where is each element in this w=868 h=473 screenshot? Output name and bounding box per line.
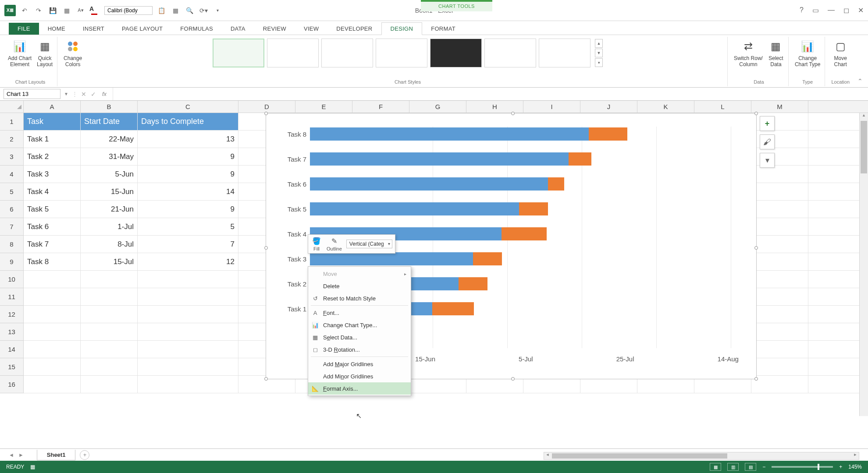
- ribbon-display-options-button[interactable]: ▭: [812, 6, 819, 14]
- new-sheet-button[interactable]: +: [80, 450, 89, 460]
- chart-category-label[interactable]: Task 1: [276, 305, 306, 313]
- chart-bar-series1[interactable]: [310, 177, 548, 191]
- mini-outline-button[interactable]: ✎ Outline: [327, 236, 342, 251]
- chart-bar-series2[interactable]: [502, 227, 547, 240]
- row-header[interactable]: 4: [0, 166, 23, 183]
- column-header[interactable]: H: [466, 101, 523, 113]
- row-header[interactable]: 5: [0, 183, 23, 201]
- formula-input[interactable]: [113, 88, 864, 100]
- ctx-reset[interactable]: ↺Reset to Match Style: [308, 292, 411, 304]
- redo-button[interactable]: ↷: [33, 5, 44, 16]
- cell[interactable]: [751, 288, 808, 305]
- ctx-format-axis[interactable]: 📐Format Axis...: [308, 382, 411, 395]
- cell[interactable]: Task 7: [24, 236, 81, 253]
- column-header[interactable]: B: [81, 101, 138, 113]
- cell[interactable]: 31-May: [81, 148, 138, 165]
- cell[interactable]: [138, 376, 238, 393]
- paste-button[interactable]: 📋: [156, 5, 167, 16]
- column-header[interactable]: K: [637, 101, 694, 113]
- row-header[interactable]: 6: [0, 201, 23, 218]
- cell[interactable]: 5-Jun: [81, 166, 138, 183]
- tab-home[interactable]: HOME: [39, 23, 74, 35]
- new-button[interactable]: ▦: [61, 5, 72, 16]
- cell[interactable]: [24, 271, 81, 288]
- column-header[interactable]: M: [751, 101, 808, 113]
- chart-styles-gallery[interactable]: ▲ ▼ ▾: [213, 39, 603, 67]
- cell[interactable]: 12: [138, 253, 238, 270]
- cell[interactable]: [24, 323, 81, 340]
- cell[interactable]: Task 4: [24, 183, 81, 200]
- help-button[interactable]: ?: [800, 6, 804, 14]
- column-header[interactable]: D: [238, 101, 295, 113]
- select-all-corner[interactable]: [0, 101, 24, 113]
- column-header[interactable]: G: [409, 101, 466, 113]
- chart-bar-series2[interactable]: [569, 152, 591, 166]
- cell[interactable]: 9: [138, 166, 238, 183]
- chart-style-thumb[interactable]: [484, 39, 536, 67]
- row-header[interactable]: 15: [0, 358, 23, 376]
- column-header[interactable]: F: [352, 101, 409, 113]
- chart-bar-series2[interactable]: [432, 302, 474, 315]
- tab-insert[interactable]: INSERT: [74, 23, 113, 35]
- cell[interactable]: [24, 358, 81, 375]
- cell[interactable]: Task 8: [24, 253, 81, 270]
- cell[interactable]: 7: [138, 236, 238, 253]
- close-button[interactable]: ✕: [858, 6, 864, 14]
- cell[interactable]: [751, 323, 808, 340]
- chart-style-thumb[interactable]: [430, 39, 482, 67]
- cell[interactable]: 5: [138, 218, 238, 235]
- cell[interactable]: 22-May: [81, 131, 138, 148]
- minimize-button[interactable]: —: [828, 6, 835, 14]
- sheet-nav-next[interactable]: ►: [18, 452, 24, 458]
- cell[interactable]: [138, 288, 238, 305]
- row-header[interactable]: 8: [0, 236, 23, 253]
- tab-data[interactable]: DATA: [222, 23, 254, 35]
- qat-customize-button[interactable]: ▾: [212, 5, 223, 16]
- gallery-scroll-down-button[interactable]: ▼: [595, 49, 603, 57]
- chart-category-label[interactable]: Task 6: [276, 180, 306, 188]
- cell[interactable]: [138, 271, 238, 288]
- chart-bar[interactable]: Task 3: [310, 251, 739, 266]
- cell[interactable]: [138, 306, 238, 323]
- sheet-tab-sheet1[interactable]: Sheet1: [37, 450, 76, 460]
- row-header[interactable]: 12: [0, 306, 23, 323]
- zoom-slider[interactable]: [772, 466, 833, 468]
- chart-category-label[interactable]: Task 8: [276, 131, 306, 138]
- cell[interactable]: 15-Jul: [81, 253, 138, 270]
- chart-bar[interactable]: Task 7: [310, 152, 739, 166]
- row-header[interactable]: 11: [0, 288, 23, 306]
- row-header[interactable]: 16: [0, 376, 23, 393]
- chart-elements-button[interactable]: +: [760, 116, 775, 131]
- tab-developer[interactable]: DEVELOPER: [327, 23, 381, 35]
- mini-fill-button[interactable]: 🪣 Fill: [311, 236, 322, 251]
- cell[interactable]: [24, 288, 81, 305]
- cell[interactable]: [751, 376, 808, 393]
- column-header[interactable]: L: [694, 101, 751, 113]
- column-header[interactable]: E: [295, 101, 352, 113]
- cell[interactable]: [81, 376, 138, 393]
- worksheet-grid[interactable]: ABCDEFGHIJKLM 12345678910111213141516 Ta…: [0, 101, 868, 416]
- cell[interactable]: 13: [138, 131, 238, 148]
- cell[interactable]: Task 2: [24, 148, 81, 165]
- chart-bar-series2[interactable]: [519, 202, 548, 215]
- fx-icon[interactable]: fx: [102, 91, 107, 97]
- cell[interactable]: [751, 341, 808, 358]
- cell[interactable]: Task 3: [24, 166, 81, 183]
- column-header[interactable]: C: [138, 101, 238, 113]
- tab-page-layout[interactable]: PAGE LAYOUT: [113, 23, 171, 35]
- mini-axis-selector[interactable]: Vertical (Categ: [346, 240, 392, 248]
- chart-style-thumb[interactable]: [267, 39, 319, 67]
- cell[interactable]: [751, 358, 808, 375]
- tab-formulas[interactable]: FORMULAS: [171, 23, 222, 35]
- cell[interactable]: [81, 271, 138, 288]
- quick-layout-button[interactable]: ▦ Quick Layout: [37, 39, 53, 68]
- cell[interactable]: [24, 341, 81, 358]
- macro-record-icon[interactable]: ▦: [30, 464, 35, 470]
- row-header[interactable]: 7: [0, 218, 23, 236]
- tab-view[interactable]: VIEW: [295, 23, 327, 35]
- gallery-more-button[interactable]: ▾: [595, 58, 603, 67]
- ctx-delete[interactable]: Delete: [308, 280, 411, 292]
- select-data-button[interactable]: ▦ Select Data: [768, 39, 784, 68]
- chart-category-label[interactable]: Task 3: [276, 255, 306, 263]
- cell[interactable]: [751, 166, 808, 183]
